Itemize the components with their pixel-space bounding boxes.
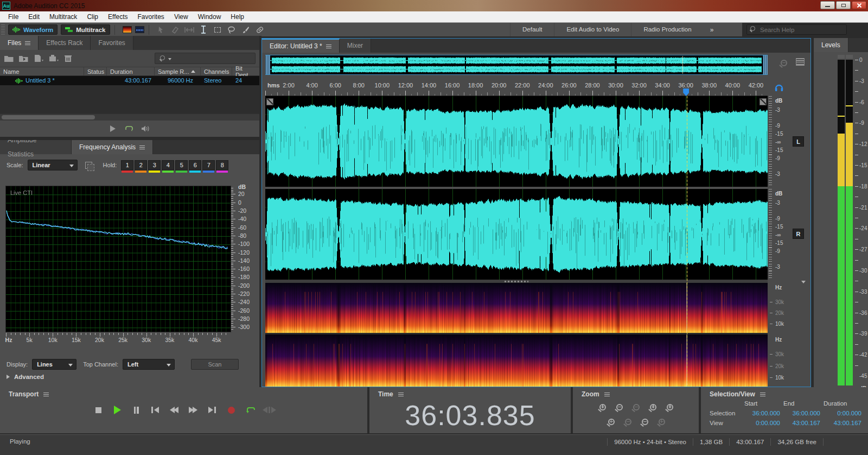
panel-menu-icon[interactable]	[760, 393, 765, 396]
clip-indicator-right[interactable]	[846, 55, 853, 59]
copy-frequency-icon[interactable]	[85, 162, 92, 169]
overview-left-handle[interactable]	[265, 55, 270, 74]
tab-frequency-analysis[interactable]: Frequency Analysis	[72, 140, 153, 154]
move-tool-icon[interactable]	[155, 24, 168, 35]
menu-clip[interactable]: Clip	[82, 11, 103, 23]
menu-window[interactable]: Window	[193, 11, 226, 23]
hold-button-7[interactable]: 7	[202, 160, 215, 170]
zoom-in-time-button[interactable]	[606, 418, 616, 427]
zoom-out-amplitude-button[interactable]	[614, 403, 624, 413]
tab-editor[interactable]: Editor: Untitled 3 *	[262, 39, 340, 53]
menu-file[interactable]: File	[3, 11, 23, 23]
close-button[interactable]	[852, 1, 866, 9]
skip-selection-button[interactable]	[262, 405, 276, 415]
razor-selected-clips-icon[interactable]	[183, 24, 196, 35]
new-file-icon[interactable]	[34, 55, 44, 62]
timeline-ruler[interactable]: hms 2:004:006:008:0010:0012:0014:0016:00…	[265, 81, 768, 96]
workspace-overflow-chevron[interactable]: »	[704, 26, 720, 34]
hold-button-5[interactable]: 5	[175, 160, 188, 170]
paintbrush-selection-tool-icon[interactable]	[239, 24, 252, 35]
view-end-value[interactable]: 43:00.167	[783, 420, 824, 426]
skip-to-end-button[interactable]	[205, 405, 219, 415]
minimize-button[interactable]	[820, 1, 835, 9]
zoom-in-amplitude-button[interactable]	[597, 403, 607, 413]
open-file-icon[interactable]	[4, 55, 14, 62]
overview-navigator[interactable]	[265, 55, 768, 75]
workspace-edit-audio-to-video[interactable]: Edit Audio to Video	[554, 23, 631, 36]
selection-end-value[interactable]: 36:00.000	[783, 410, 824, 416]
menu-favorites[interactable]: Favorites	[133, 11, 169, 23]
top-channel-dropdown[interactable]: Left	[123, 359, 175, 370]
time-selection-tool-icon[interactable]	[197, 24, 210, 35]
spectrogram-left-channel[interactable]	[265, 283, 768, 333]
toolbar-grip[interactable]	[1, 24, 5, 35]
column-bit-depth[interactable]: Bit Dept	[232, 67, 259, 75]
zoom-reset-button[interactable]	[656, 418, 666, 427]
panel-menu-icon[interactable]	[398, 393, 404, 396]
hold-button-3[interactable]: 3	[148, 160, 161, 170]
marquee-selection-tool-icon[interactable]	[211, 24, 224, 35]
column-sample-rate[interactable]: Sample R...	[155, 67, 201, 75]
panel-menu-icon[interactable]	[25, 41, 30, 45]
title-bar[interactable]: Au Adobe Audition CC 2015	[0, 0, 868, 11]
slip-tool-icon[interactable]	[169, 24, 182, 35]
overview-waveform-canvas[interactable]	[270, 56, 762, 74]
stop-button[interactable]	[91, 405, 105, 415]
search-help-input[interactable]	[746, 24, 847, 35]
column-duration[interactable]: Duration	[107, 67, 155, 75]
advanced-section[interactable]: Advanced	[7, 374, 44, 380]
insert-into-multitrack-icon[interactable]	[49, 55, 59, 62]
zoom-in-at-out-point-button[interactable]	[665, 403, 674, 413]
waveform-view-button[interactable]: Waveform	[8, 24, 58, 35]
channel-button-right[interactable]: R	[793, 229, 804, 239]
hold-button-8[interactable]: 8	[216, 160, 228, 170]
zoom-out-full-icon[interactable]	[778, 59, 788, 68]
fade-in-handle[interactable]	[266, 98, 273, 105]
lasso-selection-tool-icon[interactable]	[225, 24, 238, 35]
import-file-icon[interactable]	[19, 55, 29, 62]
db-ruler-left-channel[interactable]: dB-3-9-15-∞-15-9-3	[769, 96, 811, 187]
files-horizontal-scrollbar[interactable]	[0, 113, 259, 121]
pause-button[interactable]	[129, 405, 143, 415]
multitrack-view-button[interactable]: Multitrack	[61, 24, 110, 35]
panel-menu-icon[interactable]	[326, 45, 331, 48]
panel-menu-icon[interactable]	[139, 146, 145, 149]
tab-amplitude-statistics[interactable]: Amplitude Statistics	[0, 140, 72, 154]
scrollbar-thumb[interactable]	[2, 115, 95, 119]
selection-start-value[interactable]: 36:00.000	[744, 410, 783, 416]
clip-indicator-left[interactable]	[838, 55, 845, 59]
menu-edit[interactable]: Edit	[23, 11, 44, 23]
workspace-default[interactable]: Default	[510, 23, 554, 36]
overview-right-handle[interactable]	[763, 55, 768, 74]
zoom-to-selection-button[interactable]	[640, 418, 649, 427]
display-dropdown[interactable]: Lines	[32, 359, 76, 370]
scale-dropdown[interactable]: Linear	[28, 160, 78, 170]
file-row[interactable]: Untitled 3 * 43:00.167 96000 Hz Stereo 2…	[0, 76, 259, 85]
delete-icon[interactable]	[65, 55, 72, 62]
view-duration-value[interactable]: 43:00.167	[824, 420, 865, 426]
zoom-in-at-in-point-button[interactable]	[648, 403, 658, 413]
hz-ruler-right-channel[interactable]: Hz30k20k10k	[769, 334, 811, 387]
tab-levels[interactable]: Levels	[814, 38, 848, 52]
column-name[interactable]: Name	[0, 67, 84, 75]
column-status[interactable]: Status	[84, 67, 107, 75]
hold-button-2[interactable]: 2	[135, 160, 147, 170]
tab-mixer[interactable]: Mixer	[340, 39, 371, 53]
scan-button[interactable]: Scan	[191, 359, 239, 370]
show-spectral-frequency-icon[interactable]	[123, 26, 132, 33]
tab-files[interactable]: Files	[0, 36, 39, 50]
fast-forward-button[interactable]	[186, 405, 200, 415]
rewind-button[interactable]	[167, 405, 181, 415]
show-spectral-pitch-icon[interactable]	[135, 26, 144, 33]
db-ruler-right-channel[interactable]: dB-3-9-15-∞-15-9-3	[769, 189, 811, 280]
level-meter-right[interactable]	[846, 60, 853, 386]
waveform-display[interactable]	[265, 96, 768, 280]
column-channels[interactable]: Channels	[201, 67, 232, 75]
panel-menu-icon[interactable]	[604, 393, 610, 396]
zoom-out-full-button[interactable]	[631, 403, 641, 413]
level-meter-left[interactable]	[838, 60, 845, 386]
display-options-icon[interactable]	[796, 58, 805, 66]
skip-to-start-button[interactable]	[148, 405, 162, 415]
channel-button-left[interactable]: L	[793, 136, 804, 147]
hz-ruler-left-channel[interactable]: Hz30k20k10k	[769, 283, 811, 333]
